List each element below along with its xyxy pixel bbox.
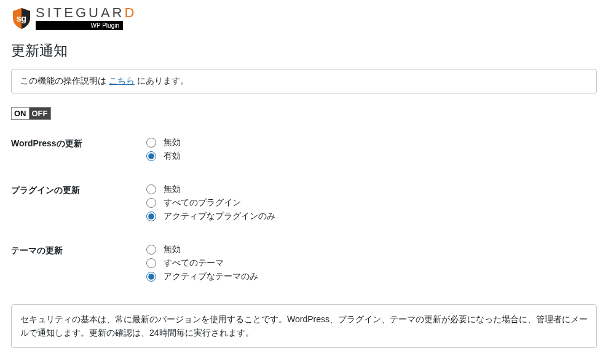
radio-input[interactable] [146, 258, 156, 268]
radio-label[interactable]: 無効 [164, 137, 181, 148]
plugin-update-label: プラグインの更新 [11, 184, 146, 196]
feature-toggle[interactable]: ONOFF [11, 107, 597, 120]
notice-suffix: にあります。 [135, 76, 189, 85]
radio-option[interactable]: すべてのプラグイン [146, 197, 275, 208]
radio-option[interactable]: アクティブなテーマのみ [146, 271, 258, 282]
shield-icon: sg [11, 7, 32, 30]
page-title: 更新通知 [11, 41, 597, 60]
svg-text:sg: sg [17, 14, 26, 23]
toggle-off[interactable]: OFF [29, 107, 51, 120]
plugin-update-options: 無効すべてのプラグインアクティブなプラグインのみ [146, 184, 275, 224]
radio-option[interactable]: 無効 [146, 184, 275, 195]
radio-label[interactable]: 無効 [164, 244, 181, 255]
radio-input[interactable] [146, 198, 156, 208]
radio-input[interactable] [146, 212, 156, 221]
help-notice: この機能の操作説明は こちら にあります。 [11, 69, 597, 93]
theme-update-row: テーマの更新 無効すべてのテーマアクティブなテーマのみ [11, 244, 597, 285]
radio-label[interactable]: すべてのプラグイン [164, 197, 241, 208]
wp-update-row: WordPressの更新 無効有効 [11, 137, 597, 164]
plugin-update-row: プラグインの更新 無効すべてのプラグインアクティブなプラグインのみ [11, 184, 597, 224]
radio-input[interactable] [146, 184, 156, 194]
radio-input[interactable] [146, 245, 156, 255]
radio-label[interactable]: すべてのテーマ [164, 258, 224, 269]
radio-option[interactable]: 無効 [146, 137, 181, 148]
toggle-on[interactable]: ON [11, 107, 29, 120]
radio-option[interactable]: 有効 [146, 151, 181, 162]
radio-input[interactable] [146, 272, 156, 282]
theme-update-options: 無効すべてのテーマアクティブなテーマのみ [146, 244, 258, 285]
radio-option[interactable]: アクティブなプラグインのみ [146, 211, 275, 222]
radio-label[interactable]: アクティブなテーマのみ [164, 271, 258, 282]
radio-input[interactable] [146, 138, 156, 148]
radio-option[interactable]: 無効 [146, 244, 258, 255]
help-link[interactable]: こちら [109, 76, 135, 85]
radio-input[interactable] [146, 151, 156, 161]
brand-name: SITEGUARD [36, 6, 136, 20]
wp-update-options: 無効有効 [146, 137, 181, 164]
brand-sub: WP Plugin [36, 21, 123, 30]
wp-update-label: WordPressの更新 [11, 137, 146, 149]
feature-description: セキュリティの基本は、常に最新のバージョンを使用することです。WordPress… [11, 304, 597, 348]
radio-label[interactable]: 無効 [164, 184, 181, 195]
radio-option[interactable]: すべてのテーマ [146, 258, 258, 269]
theme-update-label: テーマの更新 [11, 244, 146, 256]
radio-label[interactable]: アクティブなプラグインのみ [164, 211, 275, 222]
notice-prefix: この機能の操作説明は [20, 76, 109, 85]
plugin-logo: sg SITEGUARD WP Plugin [11, 6, 597, 30]
radio-label[interactable]: 有効 [164, 151, 181, 162]
